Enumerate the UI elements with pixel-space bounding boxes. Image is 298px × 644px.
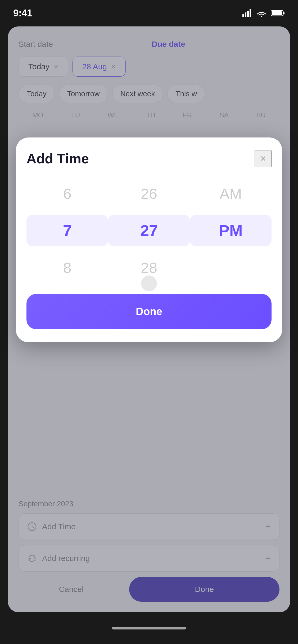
svg-rect-2 [247,11,249,17]
modal-title: Add Time [26,151,89,167]
period-column[interactable]: AM PM [190,178,272,283]
hour-below[interactable]: 8 [26,252,108,283]
svg-rect-1 [245,12,246,17]
status-icons [242,9,285,17]
hour-above[interactable]: 6 [26,178,108,209]
time-picker[interactable]: 6 7 8 26 27 28 AM PM [26,178,272,283]
status-bar: 9:41 [0,0,298,26]
wifi-icon [256,9,267,17]
svg-rect-3 [250,9,251,17]
hours-column[interactable]: 6 7 8 [26,178,108,283]
svg-rect-6 [272,11,282,15]
svg-rect-5 [283,12,285,14]
modal-close-button[interactable]: × [255,150,272,167]
period-above[interactable]: AM [190,178,272,209]
hour-selected[interactable]: 7 [26,215,108,246]
battery-icon [271,10,285,17]
scroll-indicator [141,275,157,291]
modal-done-button[interactable]: Done [26,294,272,329]
minute-above[interactable]: 26 [108,178,190,209]
period-below[interactable] [190,252,272,283]
minute-selected[interactable]: 27 [108,215,190,246]
period-selected[interactable]: PM [190,215,272,246]
bottom-bar [0,612,298,644]
home-indicator [112,627,186,629]
signal-icon [242,9,252,17]
minutes-column[interactable]: 26 27 28 [108,178,190,283]
status-time: 9:41 [13,8,32,19]
add-time-modal: Add Time × 6 7 8 26 27 28 AM PM Done [16,137,282,342]
svg-rect-0 [242,14,244,17]
modal-header: Add Time × [26,150,272,167]
